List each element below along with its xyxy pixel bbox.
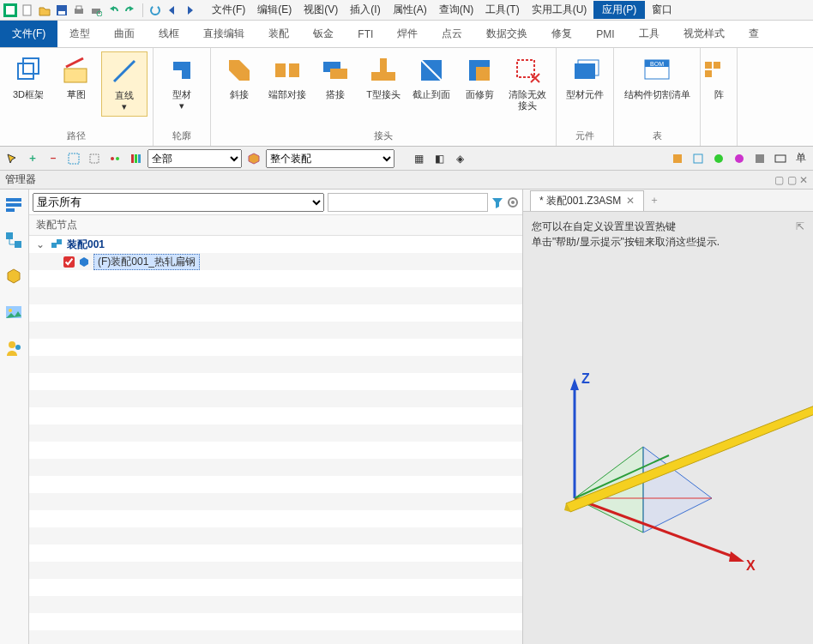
btn-lap[interactable]: 搭接 <box>312 51 358 104</box>
select-all-icon[interactable] <box>65 150 82 167</box>
view-icon-7[interactable]: 单 <box>792 150 810 167</box>
print-preview-icon[interactable] <box>89 3 103 17</box>
tree-child-row[interactable]: (F)装配001_热轧扁钢 <box>29 253 522 270</box>
btn-pattern[interactable]: 阵 <box>706 51 732 104</box>
tree-search-input[interactable] <box>328 193 488 212</box>
remove-icon[interactable]: － <box>45 150 62 167</box>
settings-icon[interactable] <box>507 196 519 208</box>
tab-wire[interactable]: 线框 <box>147 21 191 47</box>
tab-pointcloud[interactable]: 点云 <box>430 21 474 47</box>
filter-combo2[interactable]: 整个装配 <box>266 149 394 168</box>
tree-root-row[interactable]: ⌄ 装配001 <box>29 236 522 253</box>
tab-weld[interactable]: 焊件 <box>385 21 430 47</box>
manager-title: 管理器 <box>5 172 36 187</box>
collapse-icon[interactable]: ⌄ <box>36 238 46 250</box>
btn-profilepart[interactable]: 型材元件 <box>562 51 608 104</box>
menu-tools[interactable]: 工具(T) <box>480 1 524 19</box>
svg-rect-14 <box>275 63 286 77</box>
tab-pmi[interactable]: PMI <box>584 21 626 47</box>
open-icon[interactable] <box>38 3 51 17</box>
menu-insert[interactable]: 插入(I) <box>345 1 385 19</box>
menu-query[interactable]: 查询(N) <box>434 1 479 19</box>
vtab-user[interactable] <box>4 339 25 359</box>
tab-visual[interactable]: 视觉样式 <box>671 21 737 47</box>
tab-fti[interactable]: FTI <box>346 21 385 47</box>
btn-endbutt[interactable]: 端部对接 <box>264 51 310 104</box>
tab-surface[interactable]: 曲面 <box>102 21 147 47</box>
refresh-icon[interactable] <box>148 3 162 17</box>
vtab-tree[interactable] <box>4 231 25 251</box>
tab-exchange[interactable]: 数据交换 <box>474 21 539 47</box>
group-component: 型材元件 元件 <box>557 48 614 146</box>
btn-cutlist[interactable]: BOM结构件切割清单 <box>619 51 695 104</box>
vtab-image[interactable] <box>4 303 25 323</box>
btn-3dframe[interactable]: 3D框架 <box>5 51 51 104</box>
print-icon[interactable] <box>72 3 86 17</box>
doc-tab-active[interactable]: * 装配001.Z3ASM ✕ <box>530 190 644 211</box>
tab-direct[interactable]: 直接编辑 <box>191 21 256 47</box>
menu-view[interactable]: 视图(V) <box>298 1 343 19</box>
tab-file[interactable]: 文件(F) <box>0 21 57 47</box>
view-icon-6[interactable] <box>772 150 789 167</box>
menu-bar: 文件(F) 编辑(E) 视图(V) 插入(I) 属性(A) 查询(N) 工具(T… <box>207 1 678 19</box>
btn-clearinvalid[interactable]: 清除无效接头 <box>504 51 551 115</box>
tree-child-check[interactable] <box>63 256 75 268</box>
btn-line[interactable]: 直线▾ <box>101 51 148 117</box>
menu-util[interactable]: 实用工具(U) <box>527 1 593 19</box>
cube-filter-icon[interactable] <box>245 150 262 167</box>
view-icon-3[interactable] <box>710 150 727 167</box>
funnel-icon[interactable] <box>491 196 503 208</box>
tab-sheetmetal[interactable]: 钣金 <box>301 21 346 47</box>
svg-point-35 <box>116 157 119 160</box>
select-box-icon[interactable] <box>86 150 103 167</box>
menu-file[interactable]: 文件(F) <box>207 1 250 19</box>
menu-app[interactable]: 应用(P) <box>593 1 645 19</box>
menu-window[interactable]: 窗口 <box>647 1 678 19</box>
new-icon[interactable] <box>21 3 34 17</box>
manager-controls[interactable]: ▢ ▢ ✕ <box>774 174 808 186</box>
filter-combo1[interactable]: 全部 <box>148 149 242 168</box>
tree-subhead: 装配节点 <box>29 215 522 236</box>
view-icon-4[interactable] <box>731 150 748 167</box>
vtab-history[interactable] <box>4 195 25 215</box>
svg-rect-2 <box>23 5 31 15</box>
nav-back-icon[interactable] <box>166 3 179 17</box>
btn-tjoint[interactable]: T型接头 <box>360 51 406 104</box>
redo-icon[interactable] <box>123 3 137 17</box>
vtab-part[interactable] <box>4 267 25 287</box>
tb-icon-1[interactable]: ▦ <box>410 150 427 167</box>
nav-fwd-icon[interactable] <box>183 3 196 17</box>
hint-line2: 单击"帮助/显示提示"按钮来取消这些提示. <box>532 234 804 250</box>
filter-bars-icon[interactable] <box>127 150 144 167</box>
select-chain-icon[interactable] <box>106 150 123 167</box>
svg-point-53 <box>15 345 21 350</box>
tb-icon-2[interactable]: ◧ <box>431 150 448 167</box>
view-icon-1[interactable] <box>669 150 686 167</box>
save-icon[interactable] <box>55 3 69 17</box>
tab-tools2[interactable]: 工具 <box>627 21 671 47</box>
view-icon-2[interactable] <box>690 150 707 167</box>
close-icon[interactable]: ✕ <box>626 195 635 207</box>
undo-icon[interactable] <box>106 3 120 17</box>
tab-repair[interactable]: 修复 <box>539 21 584 47</box>
viewport[interactable]: * 装配001.Z3ASM ✕ ＋ ⇱ 您可以在自定义设置里设置热键 单击"帮助… <box>523 190 813 644</box>
add-tab-icon[interactable]: ＋ <box>649 193 659 208</box>
menu-edit[interactable]: 编辑(E) <box>252 1 297 19</box>
tab-shape[interactable]: 造型 <box>57 21 102 47</box>
tab-assembly[interactable]: 装配 <box>256 21 301 47</box>
hint-close-icon[interactable]: ⇱ <box>796 219 804 234</box>
btn-miter[interactable]: 斜接 <box>216 51 262 104</box>
add-icon[interactable]: ＋ <box>24 150 41 167</box>
assembly-icon <box>50 238 63 251</box>
menu-attr[interactable]: 属性(A) <box>388 1 432 19</box>
btn-trimface[interactable]: 截止到面 <box>408 51 455 104</box>
cursor-icon[interactable] <box>3 150 21 167</box>
tb-icon-3[interactable]: ◈ <box>451 150 468 167</box>
btn-profile[interactable]: 型材▾ <box>159 51 205 115</box>
tree-filter-select[interactable]: 显示所有 <box>33 193 324 212</box>
btn-facetrim[interactable]: 面修剪 <box>456 51 503 104</box>
view-icon-5[interactable] <box>751 150 768 167</box>
group-label-contour: 轮廓 <box>154 128 210 146</box>
tab-more[interactable]: 查 <box>737 21 771 47</box>
btn-sketch[interactable]: 草图 <box>53 51 99 104</box>
